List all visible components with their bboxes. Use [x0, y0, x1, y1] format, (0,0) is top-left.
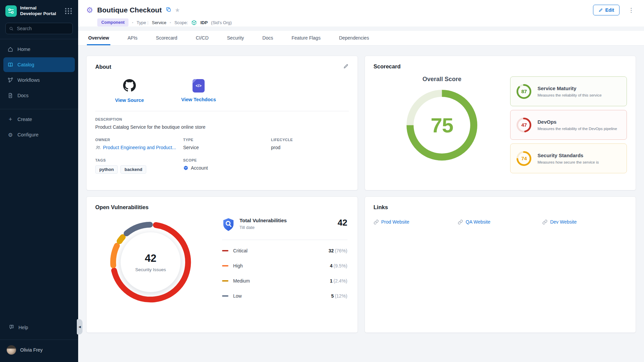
prod-website-link[interactable]: Prod Website [381, 219, 410, 225]
severity-count: 32 [329, 248, 334, 253]
sidebar-search[interactable] [5, 23, 73, 34]
security-issues-count: 42 [145, 252, 156, 264]
catalog-icon [7, 62, 13, 68]
tab-security[interactable]: Security [226, 31, 246, 45]
scorecard-check-devops[interactable]: 47 DevOps Measures the reliability of th… [510, 110, 627, 140]
check-name: Service Maturity [537, 85, 601, 91]
severity-label: Low [233, 293, 242, 299]
check-ring: 47 [516, 117, 532, 133]
sidebar-item-docs[interactable]: Docs [3, 88, 75, 103]
link-icon [374, 220, 379, 225]
type-field-label: TYPE [183, 138, 271, 142]
overall-score-donut: 75 [404, 87, 480, 163]
app-grid-icon[interactable] [64, 7, 73, 15]
link-icon [542, 220, 547, 225]
low-legend-dash [222, 295, 228, 297]
high-legend-dash [222, 265, 228, 267]
tab-overview[interactable]: Overview [87, 31, 110, 45]
check-score: 87 [516, 83, 532, 100]
owner-field: OWNER Product Engineering and Pro [95, 138, 183, 150]
scope-field-label: SCOPE [183, 158, 271, 162]
tab-docs[interactable]: Docs [261, 31, 274, 45]
scope-org: (Sid's Org) [211, 20, 232, 25]
link-item-qa[interactable]: QA Website [458, 219, 542, 225]
view-source-link[interactable]: View Source [115, 98, 144, 103]
sidebar-collapse-handle[interactable]: ◀ [77, 319, 83, 335]
sidebar-item-label: Catalog [17, 62, 34, 67]
about-divider [95, 111, 349, 111]
scope-field: SCOPE Account [183, 158, 271, 174]
donut-segment-high [113, 246, 117, 265]
sidebar-item-catalog[interactable]: Catalog [3, 57, 75, 72]
severity-label: Medium [233, 278, 250, 284]
scope-label: Scope: [174, 20, 188, 25]
help-button[interactable]: Help [0, 321, 78, 335]
user-menu[interactable]: Olivia Frey [0, 341, 78, 362]
check-name: Security Standards [537, 153, 599, 158]
sidebar: Internal Developer Portal Home [0, 0, 78, 362]
severity-count: 5 [331, 293, 334, 299]
severity-row-critical: Critical 32(76%) [222, 243, 347, 258]
brand: Internal Developer Portal [0, 0, 78, 21]
severity-row-low: Low 5(12%) [222, 289, 347, 304]
search-input[interactable] [16, 25, 69, 32]
scope-field-value: Account [191, 165, 208, 171]
link-item-prod[interactable]: Prod Website [374, 219, 458, 225]
copy-icon[interactable] [166, 7, 171, 14]
scorecard-check-service-maturity[interactable]: 87 Service Maturity Measures the reliabi… [510, 76, 627, 106]
dot-separator: • [132, 20, 133, 24]
sidebar-item-label: Workflows [17, 77, 40, 83]
tab-cicd[interactable]: CI/CD [195, 31, 210, 45]
tag-chip: python [95, 165, 118, 174]
code-glyph: </> [196, 83, 201, 88]
tab-feature-flags[interactable]: Feature Flags [290, 31, 322, 45]
entity-meta: Component • Type : Service • Scope: IDP … [97, 18, 636, 26]
main-area: ⚙ Boutique Checkout ★ Edit [78, 0, 644, 362]
edit-about-icon[interactable] [343, 63, 349, 70]
check-desc: Measures how secure the service is [537, 160, 599, 164]
help-label: Help [18, 325, 28, 330]
link-icon [458, 220, 463, 225]
description-value: Product Catalog Service for the boutique… [95, 124, 349, 130]
view-source-item: View Source [106, 79, 153, 103]
dev-website-link[interactable]: Dev Website [550, 219, 577, 225]
tab-apis[interactable]: APIs [126, 31, 139, 45]
edit-button[interactable]: Edit [593, 5, 620, 15]
overall-score-value: 75 [404, 87, 480, 163]
severity-label: Critical [233, 248, 248, 253]
medium-legend-dash [222, 280, 228, 282]
sidebar-divider [0, 109, 78, 109]
severity-row-high: High 4(9.5%) [222, 258, 347, 274]
lifecycle-field: LIFECYCLE prod [271, 138, 349, 150]
tab-scorecard[interactable]: Scorecard [155, 31, 179, 45]
techdocs-icon: </> [193, 79, 205, 93]
sidebar-nav: Home Catalog [0, 41, 78, 104]
scorecard-title: Scorecard [374, 63, 401, 70]
about-title: About [95, 64, 111, 70]
sidebar-item-label: Create [17, 117, 32, 122]
favorite-star-icon[interactable]: ★ [175, 7, 180, 14]
kebab-menu-icon[interactable]: ⋮ [626, 6, 636, 14]
sidebar-item-label: Docs [17, 93, 29, 98]
link-item-dev[interactable]: Dev Website [542, 219, 627, 225]
qa-website-link[interactable]: QA Website [466, 219, 490, 225]
group-icon [95, 145, 101, 150]
avatar [7, 345, 16, 355]
check-score: 74 [516, 150, 532, 167]
critical-legend-dash [222, 250, 228, 252]
sidebar-item-configure[interactable]: ⚙ Configure [3, 127, 75, 142]
view-techdocs-link[interactable]: View Techdocs [181, 97, 216, 102]
lifecycle-label: LIFECYCLE [271, 138, 349, 142]
sidebar-item-create[interactable]: + Create [3, 112, 75, 127]
scorecard-check-security-standards[interactable]: 74 Security Standards Measures how secur… [510, 143, 627, 173]
tab-dependencies[interactable]: Dependencies [338, 31, 371, 45]
dot-separator: • [170, 20, 171, 24]
severity-pct: (2.4%) [333, 278, 347, 284]
type-value: Service [152, 20, 166, 25]
check-ring: 74 [516, 150, 532, 167]
sidebar-item-home[interactable]: Home [3, 42, 75, 57]
links-title: Links [374, 204, 388, 210]
owner-link[interactable]: Product Engineering and Product... [103, 145, 176, 150]
edit-label: Edit [605, 7, 614, 13]
sidebar-item-workflows[interactable]: Workflows [3, 73, 75, 87]
